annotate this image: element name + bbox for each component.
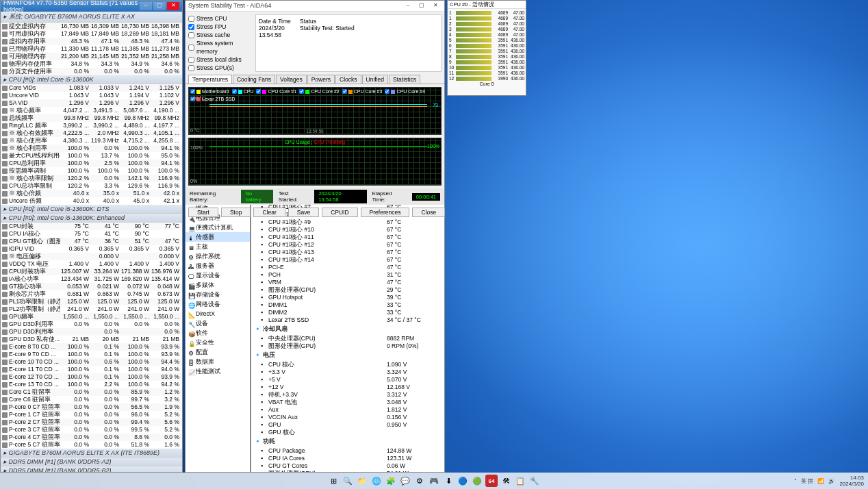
tab-temperatures[interactable]: Temperatures — [188, 75, 232, 84]
hw-sensor-row[interactable]: GPU D3D利用率0.0 %0.0 %0.0 %0.0 % — [1, 321, 182, 328]
hw-sensor-row[interactable]: E-core 13 T0 CD ...100.0 %2.2 %100.0 %94… — [1, 381, 182, 388]
stress-check-stress-cache[interactable]: Stress cache — [188, 31, 250, 39]
hw-section-header[interactable]: ▸ CPU [#0]: Intel Core i5-13600K — [1, 75, 182, 84]
tree-item-数据库[interactable]: 🗄数据库 — [186, 357, 250, 366]
maximize-button[interactable]: ▢ — [153, 2, 166, 10]
tree-item-配置[interactable]: ⚙配置 — [186, 347, 250, 357]
taskbar-icon-5[interactable]: 💬 — [399, 475, 411, 487]
hw-sensor-row[interactable]: E-core 11 T0 CD ...100.0 %0.1 %100.0 %94… — [1, 366, 182, 373]
stress-check-stress-fpu[interactable]: Stress FPU — [188, 23, 250, 31]
tree-item-传感器[interactable]: 🌡传感器 — [186, 232, 250, 242]
tree-item-显示设备[interactable]: 🖵显示设备 — [186, 271, 250, 280]
hw-sensor-row[interactable]: 按需频率调制100.0 %100.0 %100.0 %100.0 % — [1, 167, 182, 175]
hw-sensor-row[interactable]: P-core 3 C7 驻留率0.0 %0.0 %99.5 %5.2 % — [1, 426, 182, 434]
hw-sensor-row[interactable]: ※ 电压偏移0.000 V0.000 V — [1, 253, 182, 260]
tab-voltages[interactable]: Voltages — [276, 75, 307, 84]
tree-item-安全性[interactable]: 🔒安全性 — [186, 338, 250, 347]
cpuid-button[interactable]: CPUID — [322, 208, 357, 217]
taskbar-icon-10[interactable]: 🟢 — [471, 475, 483, 487]
hw-sensor-row[interactable]: GPU D3D利用率0.0 %0.0 % — [1, 328, 182, 336]
close-button[interactable]: Close — [412, 208, 445, 217]
hw-sensor-row[interactable]: IA核心功率123.434 W31.725 W169.820 W135.414 … — [1, 275, 182, 283]
hw-sensor-row[interactable]: P-core 5 C7 驻留率0.0 %0.0 %51.8 %1.6 % — [1, 441, 182, 449]
hw-sensor-row[interactable]: P-core 4 C7 驻留率0.0 %0.0 %8.6 %0.0 % — [1, 434, 182, 441]
hw-sensor-row[interactable]: VDDQ TX 电压1.400 V1.400 V1.400 V1.400 V — [1, 260, 182, 268]
hw-sensor-row[interactable]: 虚拟内存用率48.3 %47.1 %48.3 %47.4 % — [1, 38, 182, 45]
hw-sensor-row[interactable]: E-core 12 T0 CD ...100.0 %0.1 %100.0 %93… — [1, 373, 182, 381]
hw-sensor-row[interactable]: ※ 核心有效频率4,222.5 ...2.0 MHz4,990.3 ...4,1… — [1, 129, 182, 137]
hw-sensor-row[interactable]: E-core 10 T0 CD ...100.0 %0.6 %100.0 %94… — [1, 358, 182, 366]
legend-item[interactable]: CPU Core #1 — [256, 89, 296, 94]
hw-sensor-row[interactable]: 可用虚拟内存17,849 MB17,849 MB18,269 MB18,181 … — [1, 30, 182, 38]
legend-item[interactable]: Motherboard — [190, 89, 229, 94]
legend-item[interactable]: CPU — [232, 89, 254, 94]
hw-section-header[interactable]: ▸ 系统: GIGABYTE B760M AORUS ELITE X AX — [1, 12, 182, 23]
hw-sensor-row[interactable]: ※ 核心倍频40.6 x35.0 x51.0 x42.0 x — [1, 190, 182, 197]
tree-item-主板[interactable]: 🖥主板 — [186, 242, 250, 251]
taskbar-icon-4[interactable]: 🧩 — [385, 475, 397, 487]
ime-indicator[interactable]: 英 拼 — [801, 477, 813, 485]
stress-check-stress-system-memory[interactable]: Stress system memory — [188, 39, 250, 55]
hw-sensor-row[interactable]: P-core 0 C7 驻留率0.0 %0.0 %56.5 %1.9 % — [1, 403, 182, 411]
volume-icon[interactable]: 🔊 — [828, 478, 835, 484]
taskbar-icon-12[interactable]: 🛠 — [500, 475, 512, 487]
taskbar-icon-7[interactable]: 🎮 — [428, 475, 440, 487]
tree-item-服务器[interactable]: 🖧服务器 — [186, 261, 250, 271]
hw-sensor-row[interactable]: GPU D3D 私有使...21 MB20 MB21 MB21 MB — [1, 336, 182, 343]
tab-clocks[interactable]: Clocks — [335, 75, 361, 84]
aida-sensor-pane[interactable]: ▪CPU #1/核心 #767 °C▪CPU #1/核心 #867 °C▪CPU… — [251, 203, 445, 473]
tree-item-便携式计算机[interactable]: 💻便携式计算机 — [186, 223, 250, 232]
hw-sensor-row[interactable]: CPU IA核心75 °C41 °C90 °C — [1, 230, 182, 238]
taskbar-icon-13[interactable]: 📋 — [514, 475, 526, 487]
hw-sensor-row[interactable]: SA VID1.296 V1.296 V1.296 V1.296 V — [1, 99, 182, 107]
tree-item-多媒体[interactable]: 🎬多媒体 — [186, 280, 250, 290]
minimize-button[interactable]: – — [402, 2, 414, 10]
hw-sensor-row[interactable]: ※ 核心利用率100.0 %0.0 %100.0 %94.1 % — [1, 145, 182, 152]
stress-check-stress-local-disks[interactable]: Stress local disks — [188, 55, 250, 64]
hw-sensor-row[interactable]: 分页文件使用率0.0 %0.0 %0.0 %0.0 % — [1, 68, 182, 75]
taskbar-icon-8[interactable]: ⬇ — [442, 475, 455, 487]
hw-sensor-row[interactable]: P-core 2 C7 驻留率0.0 %0.0 %99.4 %5.6 % — [1, 418, 182, 426]
hw-sensor-row[interactable]: GT核心功率0.053 W0.021 W0.072 W0.048 W — [1, 283, 182, 290]
taskbar-tray[interactable]: ˄ 英 拼 📶 🔊 14:03 2024/3/20 — [794, 475, 864, 487]
tree-item-网络设备[interactable]: 🌐网络设备 — [186, 299, 250, 309]
hw-sensor-row[interactable]: 提交虚拟内存16,730 MB16,309 MB16,730 MB16,398 … — [1, 23, 182, 30]
aida-nav-tree[interactable]: 📊概览🔌电源管理💻便携式计算机🌡传感器🖥主板⚙操作系统🖧服务器🖵显示设备🎬多媒体… — [185, 203, 251, 473]
hw-sensor-row[interactable]: Uncore 倍频40.0 x40.0 x45.0 x42.1 x — [1, 197, 182, 205]
hw-sensor-row[interactable]: 最大CPU/线程利用率100.0 %13.7 %100.0 %95.0 % — [1, 152, 182, 160]
stress-check-stress-cpu[interactable]: Stress CPU — [188, 14, 250, 23]
hw-sensor-row[interactable]: PL2功率限制（静态）241.0 W241.0 W241.0 W241.0 W — [1, 305, 182, 313]
preferences-button[interactable]: Preferences — [361, 208, 410, 217]
hw-sensor-row[interactable]: 总线频率99.8 MHz99.8 MHz99.8 MHz99.8 MHz — [1, 114, 182, 122]
legend-item[interactable]: CPU Core #3 — [342, 89, 383, 94]
hw-sensor-row[interactable]: Core C6 驻留率0.0 %0.0 %99.7 %3.2 % — [1, 396, 182, 403]
hw-sensor-row[interactable]: CPU封装75 °C41 °C90 °C77 °C — [1, 223, 182, 230]
tab-cooling fans[interactable]: Cooling Fans — [233, 75, 275, 84]
hw-section-header[interactable]: ▸ DDR5 DIMM [#1] (BANK 0/DDR5-B2) — [1, 466, 182, 472]
tree-item-DirectX[interactable]: 📐DirectX — [186, 309, 250, 318]
hw-sensor-row[interactable]: iGPU VID0.365 V0.365 V0.365 V0.365 V — [1, 245, 182, 253]
minimize-button[interactable]: – — [140, 2, 152, 10]
close-button[interactable]: ✕ — [167, 2, 179, 10]
hw-sensor-row[interactable]: GPU频率1,550.0 ...1,550.0 ...1,550.0 ...1,… — [1, 313, 182, 321]
hw-sensor-row[interactable]: Core VIDs1.083 V1.033 V1.241 V1.125 V — [1, 84, 182, 92]
hw-sensor-row[interactable]: 剩余芯片功率0.681 W0.663 W0.745 W0.673 W — [1, 290, 182, 298]
hw-sensor-row[interactable]: Core C1 驻留率0.0 %0.0 %85.9 %1.2 % — [1, 388, 182, 396]
hw-sensor-row[interactable]: P-core 1 C7 驻留率0.0 %0.0 %96.0 %5.2 % — [1, 411, 182, 418]
tree-item-操作系统[interactable]: ⚙操作系统 — [186, 251, 250, 261]
hw-sensor-row[interactable]: CPU总利用率100.0 %2.5 %100.0 %94.1 % — [1, 160, 182, 167]
tree-item-软件[interactable]: 📦软件 — [186, 328, 250, 338]
hw-sensor-row[interactable]: 已用物理内存11,330 MB11,178 MB11,385 MB11,273 … — [1, 45, 182, 53]
hw-sensor-row[interactable]: Ring/LLC 频率3,990.2 ...3,990.2 ...4,489.0… — [1, 122, 182, 129]
tab-powers[interactable]: Powers — [307, 75, 335, 84]
hw-sensor-row[interactable]: CPU封装功率125.007 W33.264 W171.388 W136.976… — [1, 268, 182, 275]
hw-section-header[interactable]: ▸ CPU [#0]: Intel Core i5-13600K: DTS — [1, 205, 182, 214]
hwinfo-titlebar[interactable]: HWiNFO64 v7.70-5350 Sensor Status [71 va… — [1, 1, 182, 12]
clock-time[interactable]: 14:03 — [839, 475, 864, 481]
taskbar-icon-6[interactable]: ⚙ — [413, 475, 426, 487]
hw-sensor-row[interactable]: Uncore VID1.043 V1.043 V1.194 V1.102 V — [1, 92, 182, 99]
hw-section-header[interactable]: ▸ CPU [#0]: Intel Core i5-13600K: Enhanc… — [1, 214, 182, 223]
hw-sensor-row[interactable]: CPU GT核心（图形）47 °C36 °C51 °C47 °C — [1, 238, 182, 245]
hw-section-header[interactable]: ▸ GIGABYTE B760M AORUS ELITE X AX (ITE I… — [1, 449, 182, 457]
aida-titlebar[interactable]: System Stability Test - AIDA64 – ▢ ✕ — [186, 1, 444, 12]
